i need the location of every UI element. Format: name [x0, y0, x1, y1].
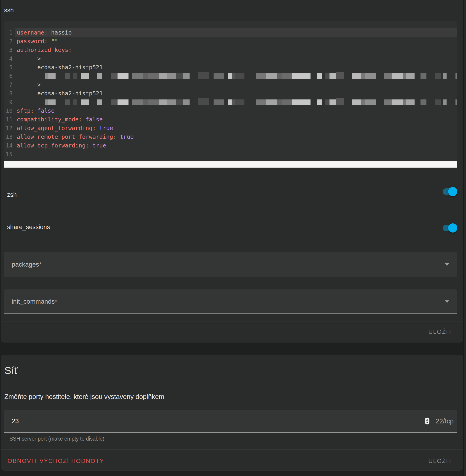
reset-defaults-button[interactable]: OBNOVIT VÝCHOZÍ HODNOTY [8, 457, 104, 464]
code-token: password [17, 38, 44, 45]
chevron-down-icon [445, 301, 449, 303]
code-token: compatibility_mode [17, 116, 79, 123]
line-number: 9 [4, 98, 15, 106]
line-number: 15 [4, 150, 15, 159]
port-input[interactable]: 23 [12, 418, 19, 425]
code-token: false [34, 107, 54, 114]
packages-select-label: packages* [12, 261, 42, 268]
code-line[interactable]: username: hassio [15, 28, 457, 37]
line-number: 8 [4, 89, 15, 98]
config-card: ssh 123456789101112131415 username: hass… [1, 0, 463, 342]
code-token: allow_tcp_forwarding [17, 142, 85, 149]
network-card: Síť Změňte porty hostitele, které jsou v… [1, 355, 463, 471]
line-number: 1 [4, 28, 15, 37]
code-token: username [17, 29, 44, 36]
redacted-key-blur [36, 72, 457, 81]
code-token: >- [34, 55, 44, 62]
line-number: 6 [4, 72, 15, 81]
redacted-key-blur [36, 98, 457, 106]
line-number: 5 [4, 63, 15, 72]
code-line[interactable] [15, 72, 457, 81]
code-token: true [96, 125, 113, 131]
code-line[interactable]: compatibility_mode: false [15, 115, 457, 124]
stepper-up-icon[interactable] [426, 419, 428, 420]
share-sessions-toggle-label: share_sessions [7, 224, 50, 231]
ssh-port-field[interactable]: 23 22/tcp [4, 410, 457, 433]
line-number: 14 [4, 141, 15, 150]
line-number: 10 [4, 106, 15, 115]
stepper-down-icon[interactable] [426, 422, 428, 423]
code-line[interactable] [15, 98, 457, 106]
network-actions-divider [1, 450, 463, 450]
line-number: 4 [4, 54, 15, 63]
page-scrollbar[interactable] [464, 0, 466, 476]
line-number: 13 [4, 133, 15, 141]
code-line[interactable]: password: "" [15, 37, 457, 46]
toggle-thumb [448, 223, 457, 232]
code-token: : [68, 47, 72, 53]
line-number: 7 [4, 81, 15, 89]
code-token: false [82, 116, 103, 123]
code-token: : [85, 142, 89, 149]
code-line[interactable]: ecdsa-sha2-nistp521 [15, 63, 457, 72]
code-line[interactable] [15, 150, 457, 159]
line-number: 12 [4, 124, 15, 133]
chevron-down-icon [445, 263, 449, 266]
code-token: >- [34, 81, 44, 88]
toggle-thumb [448, 187, 457, 196]
init-commands-select-label: init_commands* [12, 298, 57, 305]
number-stepper-icon[interactable] [425, 418, 430, 425]
code-token: : [79, 116, 82, 123]
code-token: : [92, 125, 96, 131]
init-commands-select[interactable]: init_commands* [4, 290, 457, 314]
code-line[interactable]: ecdsa-sha2-nistp521 [15, 89, 457, 98]
ssh-yaml-editor[interactable]: 123456789101112131415 username: hassiopa… [4, 21, 457, 168]
code-line[interactable]: authorized_keys: [15, 46, 457, 54]
line-number: 11 [4, 115, 15, 124]
code-lines[interactable]: username: hassiopassword: ""authorized_k… [15, 21, 457, 161]
line-number: 2 [4, 37, 15, 46]
code-token: true [89, 142, 106, 149]
code-token: hassio [47, 29, 71, 36]
zsh-toggle-label: zsh [7, 191, 17, 198]
line-number-gutter: 123456789101112131415 [4, 21, 15, 161]
code-line[interactable]: - >- [15, 54, 457, 63]
code-token [17, 55, 30, 62]
code-token: : [44, 38, 47, 45]
code-token: ecdsa-sha2-nistp521 [17, 64, 103, 71]
code-token: allow_remote_port_forwarding [17, 134, 113, 140]
code-line[interactable]: allow_tcp_forwarding: true [15, 141, 457, 150]
code-token: allow_agent_forwarding [17, 125, 92, 131]
code-line[interactable]: allow_remote_port_forwarding: true [15, 133, 457, 141]
container-port-label: 22/tcp [436, 417, 454, 425]
code-line[interactable]: allow_agent_forwarding: true [15, 124, 457, 133]
code-line[interactable]: sftp: false [15, 106, 457, 115]
code-token: authorized_keys [17, 47, 68, 53]
save-config-button[interactable]: ULOŽIT [429, 328, 452, 335]
network-title: Síť [4, 365, 18, 377]
ssh-field-label: ssh [4, 7, 14, 14]
share-sessions-toggle[interactable] [443, 225, 455, 231]
code-token: - [30, 81, 34, 88]
code-area[interactable]: 123456789101112131415 username: hassiopa… [4, 21, 457, 161]
network-description: Změňte porty hostitele, které jsou vysta… [4, 393, 164, 401]
code-token: : [44, 29, 47, 36]
code-token: sftp [17, 107, 30, 114]
zsh-toggle[interactable] [443, 188, 455, 195]
code-token: : [30, 107, 34, 114]
save-network-button[interactable]: ULOŽIT [429, 457, 452, 464]
packages-select[interactable]: packages* [4, 252, 457, 277]
code-token [17, 81, 30, 88]
editor-horizontal-scrollbar[interactable] [4, 161, 457, 168]
code-token: true [116, 134, 134, 140]
code-token: - [30, 55, 34, 62]
code-token: ecdsa-sha2-nistp521 [17, 90, 103, 97]
code-token: "" [47, 38, 58, 45]
code-token: : [113, 134, 116, 140]
port-helper-text: SSH server port (make empty to disable) [9, 436, 104, 442]
line-number: 3 [4, 46, 15, 54]
code-line[interactable]: - >- [15, 81, 457, 89]
